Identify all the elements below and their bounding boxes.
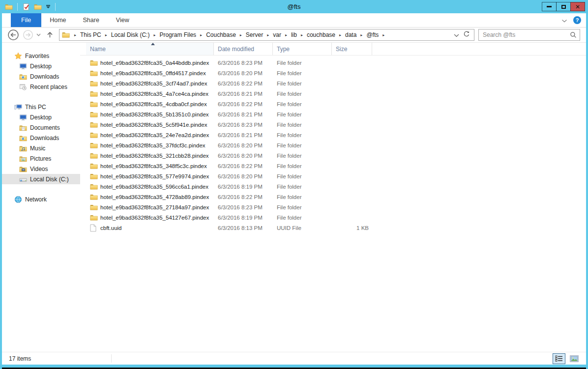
breadcrumb-item-fts[interactable]: @fts	[365, 31, 380, 38]
folder-properties-icon[interactable]	[22, 2, 30, 11]
file-row[interactable]: hotel_e9bad3632f8fca35_596cc6a1.pindex6/…	[86, 181, 586, 192]
breadcrumb-separator-icon[interactable]: ▸	[336, 33, 344, 37]
breadcrumb-separator-icon[interactable]: ▸	[264, 33, 272, 37]
sidebar-item-downloads[interactable]: Downloads	[2, 133, 80, 143]
column-header-name[interactable]: Name	[86, 43, 214, 55]
file-row[interactable]: hotel_e9bad3632f8fca35_24e7ea2d.pindex6/…	[86, 130, 586, 140]
details-view-button[interactable]	[553, 353, 565, 364]
file-name: hotel_e9bad3632f8fca35_0ffd4517.pindex	[100, 70, 206, 76]
up-button[interactable]	[44, 31, 55, 39]
file-row[interactable]: hotel_e9bad3632f8fca35_4a7ce4ca.pindex6/…	[86, 88, 586, 99]
file-date-modified: 6/3/2016 8:23 PM	[214, 122, 273, 128]
file-row[interactable]: hotel_e9bad3632f8fca35_0ffd4517.pindex6/…	[86, 68, 586, 78]
minimize-ribbon-chevron-icon[interactable]	[561, 16, 567, 25]
file-row[interactable]: hotel_e9bad3632f8fca35_37fdcf3c.pindex6/…	[86, 140, 586, 150]
recent-locations-dropdown-icon[interactable]	[35, 33, 41, 36]
file-row[interactable]: hotel_e9bad3632f8fca35_5c5f941e.pindex6/…	[86, 119, 586, 130]
breadcrumb-item-var[interactable]: var	[272, 31, 282, 38]
file-row[interactable]: hotel_e9bad3632f8fca35_4728ab89.pindex6/…	[86, 192, 586, 202]
file-row[interactable]: hotel_e9bad3632f8fca35_0a44bddb.pindex6/…	[86, 57, 586, 68]
breadcrumb-separator-icon[interactable]: ▸	[298, 33, 306, 37]
column-header-size[interactable]: Size	[332, 43, 372, 55]
refresh-icon[interactable]	[463, 30, 470, 39]
sidebar-item-documents[interactable]: Documents	[2, 122, 80, 133]
breadcrumb-separator-icon[interactable]: ▸	[150, 33, 158, 37]
file-row[interactable]: hotel_e9bad3632f8fca35_348f5c3c.pindex6/…	[86, 161, 586, 171]
tab-home[interactable]: Home	[41, 13, 74, 27]
sidebar-item-music[interactable]: Music	[2, 143, 80, 153]
breadcrumb-item-server[interactable]: Server	[245, 31, 264, 38]
file-type: File folder	[273, 122, 332, 128]
folder-icon	[90, 152, 98, 159]
breadcrumb-separator-icon[interactable]: ▸	[357, 33, 365, 37]
sidebar-section-this-pc[interactable]: This PC	[2, 102, 80, 112]
breadcrumb-separator-icon[interactable]: ▸	[282, 33, 290, 37]
breadcrumb-item-program-files[interactable]: Program Files	[158, 31, 197, 38]
breadcrumb-separator-icon[interactable]: ▸	[197, 33, 205, 37]
back-button[interactable]	[7, 28, 20, 41]
status-separator	[111, 354, 112, 363]
minimize-button[interactable]	[542, 2, 557, 11]
column-header-date-modified[interactable]: Date modified	[214, 43, 273, 55]
breadcrumb-item-lib[interactable]: lib	[290, 31, 298, 38]
breadcrumb-separator-icon[interactable]: ▸	[102, 33, 110, 37]
file-row[interactable]: hotel_e9bad3632f8fca35_27184a97.pindex6/…	[86, 202, 586, 212]
sidebar-item-pictures[interactable]: Pictures	[2, 153, 80, 164]
file-date-modified: 6/3/2016 8:21 PM	[214, 91, 273, 97]
sidebar-section-favorites[interactable]: Favorites	[2, 51, 80, 61]
file-date-modified: 6/3/2016 8:20 PM	[214, 153, 273, 159]
sidebar-section-network[interactable]: Network	[2, 194, 80, 204]
computer-icon	[14, 103, 22, 111]
maximize-button[interactable]	[556, 2, 571, 11]
tab-file[interactable]: File	[11, 13, 41, 27]
window-controls: ✕	[542, 2, 586, 11]
sidebar-item-downloads[interactable]: Downloads	[2, 71, 80, 82]
breadcrumb-item-data[interactable]: data	[344, 31, 357, 38]
file-type: File folder	[273, 184, 332, 190]
breadcrumb-item-couchbase[interactable]: couchbase	[306, 31, 336, 38]
minimize-icon	[547, 6, 552, 7]
sidebar-item-recent-places[interactable]: Recent places	[2, 82, 80, 92]
new-folder-icon[interactable]	[33, 2, 42, 11]
search-icon[interactable]	[570, 31, 577, 38]
help-icon[interactable]: ?	[573, 16, 581, 24]
desktop-icon	[19, 114, 27, 121]
sidebar-item-label: Desktop	[30, 114, 52, 121]
file-date-modified: 6/3/2016 8:21 PM	[214, 112, 273, 117]
address-bar[interactable]: ▸ This PC▸Local Disk (C:)▸Program Files▸…	[59, 29, 474, 41]
network-icon	[14, 196, 22, 203]
breadcrumb-item-this-pc[interactable]: This PC	[79, 31, 102, 38]
sidebar-item-videos[interactable]: Videos	[2, 164, 80, 174]
sidebar-item-desktop[interactable]: Desktop	[2, 112, 80, 122]
forward-button[interactable]	[22, 28, 34, 41]
search-input[interactable]	[483, 31, 570, 38]
file-row[interactable]: hotel_e9bad3632f8fca35_321cbb28.pindex6/…	[86, 150, 586, 161]
breadcrumb-item-couchbase[interactable]: Couchbase	[205, 31, 237, 38]
file-name: hotel_e9bad3632f8fca35_4a7ce4ca.pindex	[100, 91, 208, 97]
tab-share[interactable]: Share	[75, 13, 108, 27]
file-row[interactable]: hotel_e9bad3632f8fca35_5b1351c0.pindex6/…	[86, 109, 586, 119]
file-row[interactable]: hotel_e9bad3632f8fca35_4cdba0cf.pindex6/…	[86, 99, 586, 109]
customize-toolbar-dropdown-icon[interactable]	[45, 5, 51, 8]
file-date-modified: 6/3/2016 8:22 PM	[214, 194, 273, 200]
file-date-modified: 6/3/2016 8:20 PM	[214, 173, 273, 179]
breadcrumb-item-local-disk-c[interactable]: Local Disk (C:)	[110, 31, 151, 38]
tab-view[interactable]: View	[108, 13, 138, 27]
file-list: hotel_e9bad3632f8fca35_0a44bddb.pindex6/…	[80, 56, 586, 233]
close-button[interactable]: ✕	[570, 2, 585, 11]
sidebar-item-local-disk-c[interactable]: Local Disk (C:)	[2, 174, 80, 184]
pictures-icon	[19, 155, 27, 163]
file-type: File folder	[273, 91, 332, 97]
file-row[interactable]: hotel_e9bad3632f8fca35_577e9974.pindex6/…	[86, 171, 586, 181]
column-header-type[interactable]: Type	[273, 43, 332, 55]
large-thumbnails-view-button[interactable]	[567, 353, 581, 364]
breadcrumb-separator-icon[interactable]: ▸	[380, 33, 387, 37]
file-type: File folder	[273, 60, 332, 66]
file-row[interactable]: hotel_e9bad3632f8fca35_54127e67.pindex6/…	[86, 212, 586, 223]
folder-icon	[90, 59, 98, 66]
file-row[interactable]: hotel_e9bad3632f8fca35_3cf74ad7.pindex6/…	[86, 78, 586, 88]
sidebar-item-desktop[interactable]: Desktop	[2, 61, 80, 71]
file-row[interactable]: cbft.uuid6/3/2016 8:13 PMUUID File1 KB	[86, 223, 586, 233]
breadcrumb-separator-icon[interactable]: ▸	[237, 33, 245, 37]
previous-locations-chevron-icon[interactable]	[454, 30, 459, 39]
